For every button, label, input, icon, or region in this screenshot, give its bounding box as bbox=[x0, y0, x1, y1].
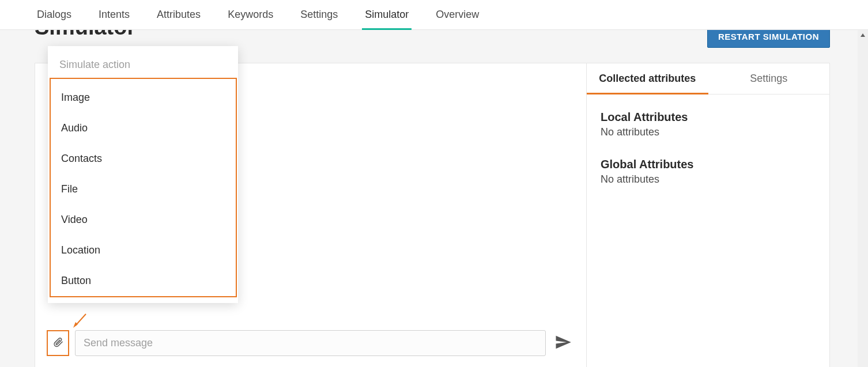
dropdown-option-image[interactable]: Image bbox=[51, 82, 236, 113]
paperclip-icon bbox=[53, 336, 63, 351]
tab-dialogs[interactable]: Dialogs bbox=[37, 0, 71, 30]
dropdown-header: Simulate action bbox=[48, 56, 238, 78]
tab-overview[interactable]: Overview bbox=[436, 0, 479, 30]
restart-simulation-button[interactable]: RESTART SIMULATION bbox=[707, 30, 830, 48]
tab-collected-attributes[interactable]: Collected attributes bbox=[587, 63, 708, 94]
tab-keywords[interactable]: Keywords bbox=[228, 0, 273, 30]
dropdown-option-audio[interactable]: Audio bbox=[51, 113, 236, 143]
message-input-row bbox=[47, 330, 575, 356]
tab-settings[interactable]: Settings bbox=[300, 0, 338, 30]
attachment-button[interactable] bbox=[47, 330, 69, 356]
scrollbar-track[interactable] bbox=[858, 30, 868, 367]
svg-marker-2 bbox=[861, 33, 865, 37]
global-attributes-empty: No attributes bbox=[601, 173, 829, 186]
dropdown-option-file[interactable]: File bbox=[51, 174, 236, 205]
local-attributes-empty: No attributes bbox=[601, 126, 829, 138]
tab-attributes[interactable]: Attributes bbox=[157, 0, 201, 30]
dropdown-option-contacts[interactable]: Contacts bbox=[51, 143, 236, 174]
dropdown-options-highlight-box: Image Audio Contacts File Video Location… bbox=[50, 78, 237, 297]
chevron-up-icon bbox=[860, 30, 866, 40]
side-panel-tabs: Collected attributes Settings bbox=[587, 63, 829, 94]
side-panel: Collected attributes Settings Local Attr… bbox=[586, 63, 829, 367]
tab-intents[interactable]: Intents bbox=[99, 0, 130, 30]
dropdown-option-button[interactable]: Button bbox=[51, 266, 236, 296]
tab-simulator[interactable]: Simulator bbox=[365, 0, 409, 30]
global-attributes-title: Global Attributes bbox=[601, 158, 829, 171]
top-navigation-tabs: Dialogs Intents Attributes Keywords Sett… bbox=[0, 0, 868, 30]
simulate-action-dropdown: Simulate action Image Audio Contacts Fil… bbox=[48, 46, 238, 303]
send-icon bbox=[554, 334, 572, 353]
side-panel-content: Local Attributes No attributes Global At… bbox=[587, 94, 829, 186]
tab-side-settings[interactable]: Settings bbox=[708, 63, 830, 94]
local-attributes-title: Local Attributes bbox=[601, 111, 829, 124]
dropdown-option-location[interactable]: Location bbox=[51, 235, 236, 266]
page-title: Simulator bbox=[35, 30, 135, 40]
send-button[interactable] bbox=[552, 332, 575, 355]
dropdown-option-video[interactable]: Video bbox=[51, 205, 236, 235]
scroll-up-button[interactable] bbox=[858, 30, 868, 40]
message-input[interactable] bbox=[75, 330, 546, 356]
